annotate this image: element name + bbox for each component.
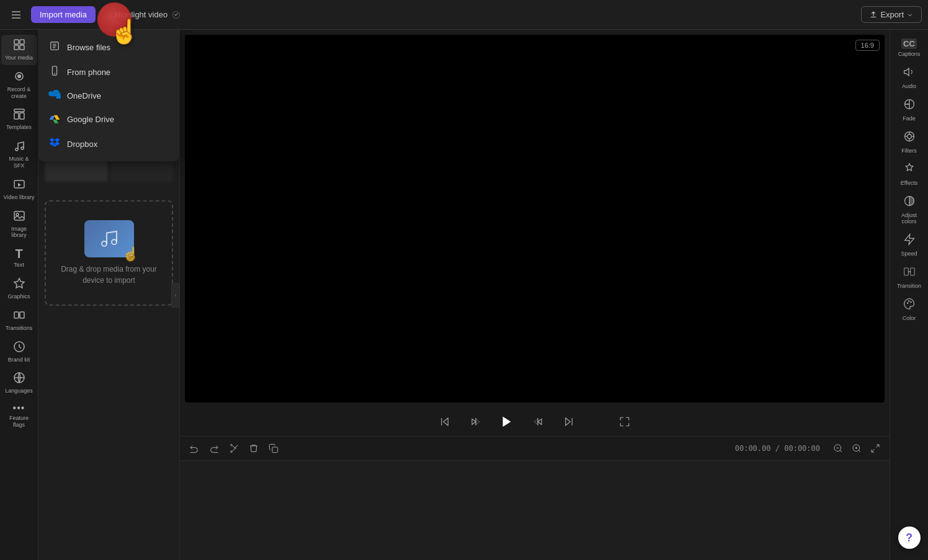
adjust-colors-icon	[903, 195, 916, 210]
right-item-color[interactable]: Color	[891, 294, 927, 325]
filters-icon	[903, 130, 916, 146]
sidebar-item-text[interactable]: T Text	[1, 244, 37, 272]
svg-point-12	[16, 148, 18, 151]
export-button[interactable]: Export	[861, 6, 922, 23]
time-separator: /	[775, 444, 784, 453]
zoom-out-icon	[833, 443, 843, 453]
sidebar-item-label: Templates	[6, 124, 32, 131]
video-library-icon	[13, 178, 25, 192]
svg-point-23	[54, 73, 55, 74]
current-time: 00:00.00	[735, 444, 771, 453]
media-placeholder-icon: ☝	[84, 220, 134, 257]
forward-button[interactable]	[529, 412, 547, 431]
skip-back-icon	[439, 416, 450, 427]
dropdown-browse-files[interactable]: Browse files	[38, 35, 179, 60]
center-panel: 16:9	[180, 30, 890, 560]
sidebar-item-label: Your media	[5, 55, 33, 61]
right-item-effects[interactable]: Effects	[891, 159, 927, 190]
export-icon	[869, 11, 878, 19]
timeline-time: 00:00.00 / 00:00:00	[735, 444, 820, 453]
sidebar-item-label: Video library	[4, 194, 35, 201]
right-item-label: Filters	[901, 148, 917, 154]
video-preview: 16:9	[185, 35, 885, 402]
sidebar-item-video-library[interactable]: Video library	[1, 174, 37, 205]
effects-icon	[903, 162, 916, 178]
delete-button[interactable]	[246, 440, 262, 456]
dropdown-onedrive[interactable]: OneDrive	[38, 84, 179, 107]
sidebar-item-templates[interactable]: Templates	[1, 104, 37, 135]
sidebar-item-brand-kit[interactable]: Brand kit	[1, 337, 37, 367]
svg-point-44	[906, 303, 908, 304]
right-item-label: Adjust colors	[894, 212, 925, 224]
captions-icon: CC	[901, 38, 917, 49]
onedrive-label: OneDrive	[67, 91, 101, 100]
right-item-label: Captions	[898, 51, 921, 57]
dropdown-dropbox[interactable]: Dropbox	[38, 131, 179, 156]
redo-button[interactable]	[206, 440, 222, 456]
sidebar-item-your-media[interactable]: Your media	[1, 35, 37, 65]
sidebar-item-image-library[interactable]: Image library	[1, 206, 37, 243]
import-media-button[interactable]: Import media	[31, 6, 96, 23]
sidebar-item-feature-flags[interactable]: ••• Feature flags	[1, 399, 37, 432]
languages-icon	[13, 371, 25, 386]
right-item-fade[interactable]: Fade	[891, 94, 927, 125]
zoom-in-button[interactable]	[849, 440, 865, 456]
svg-rect-18	[20, 312, 24, 318]
rewind-icon	[470, 416, 481, 427]
sidebar-item-label: Feature flags	[4, 415, 35, 429]
templates-icon	[13, 108, 25, 122]
svg-rect-11	[20, 113, 24, 119]
sidebar-item-music-sfx[interactable]: Music & SFX	[1, 136, 37, 173]
sidebar-item-record[interactable]: Record & create	[1, 66, 37, 104]
sidebar-item-languages[interactable]: Languages	[1, 368, 37, 398]
text-icon: T	[15, 247, 22, 260]
sidebar-item-graphics[interactable]: Graphics	[1, 273, 37, 304]
zoom-out-button[interactable]	[830, 440, 846, 456]
audio-icon	[903, 66, 916, 81]
right-item-speed[interactable]: Speed	[891, 229, 927, 260]
undo-button[interactable]	[186, 440, 202, 456]
speed-icon	[903, 233, 916, 249]
expand-button[interactable]	[867, 440, 883, 456]
music-icon	[13, 140, 25, 154]
menu-button[interactable]	[6, 5, 26, 25]
svg-rect-6	[20, 45, 24, 50]
dropdown-from-phone[interactable]: From phone	[38, 60, 179, 84]
media-content-area: ☝ Drag & drop media from your device to …	[38, 135, 179, 560]
right-item-audio[interactable]: Audio	[891, 62, 927, 93]
help-button[interactable]: ?	[898, 527, 921, 549]
aspect-ratio-badge[interactable]: 16:9	[855, 40, 880, 51]
cut-button[interactable]	[226, 440, 242, 456]
right-item-filters[interactable]: Filters	[891, 127, 927, 158]
skip-forward-button[interactable]	[560, 412, 578, 431]
total-time: 00:00:00	[784, 444, 820, 453]
svg-point-46	[910, 301, 912, 303]
timeline: 00:00.00 / 00:00:00	[180, 436, 890, 560]
right-item-captions[interactable]: CC Captions	[891, 35, 927, 61]
rewind-button[interactable]	[466, 412, 485, 431]
svg-point-28	[231, 451, 233, 453]
right-item-label: Speed	[901, 251, 917, 257]
fullscreen-icon	[619, 416, 630, 427]
sidebar-item-label: Record & create	[4, 86, 35, 100]
dropdown-google-drive[interactable]: Google Drive	[38, 107, 179, 131]
music-note-icon	[99, 229, 119, 249]
sidebar-item-transitions[interactable]: Transitions	[1, 305, 37, 336]
sidebar-item-label: Text	[14, 262, 24, 269]
fullscreen-button[interactable]	[615, 412, 634, 431]
onedrive-icon	[48, 90, 61, 101]
google-drive-icon	[48, 112, 61, 126]
skip-back-button[interactable]	[435, 412, 454, 431]
timeline-tracks	[180, 461, 890, 560]
color-icon	[903, 298, 916, 313]
duplicate-button[interactable]	[265, 440, 282, 456]
hand-on-media-icon: ☝	[122, 246, 139, 262]
sidebar-item-label: Transitions	[6, 325, 33, 332]
svg-rect-3	[14, 40, 19, 44]
right-item-transition[interactable]: Transition	[891, 262, 927, 293]
right-item-adjust-colors[interactable]: Adjust colors	[891, 191, 927, 228]
play-icon	[500, 415, 514, 429]
record-icon	[13, 70, 25, 84]
play-button[interactable]	[497, 412, 516, 431]
collapse-panel-button[interactable]: ‹	[171, 283, 180, 308]
